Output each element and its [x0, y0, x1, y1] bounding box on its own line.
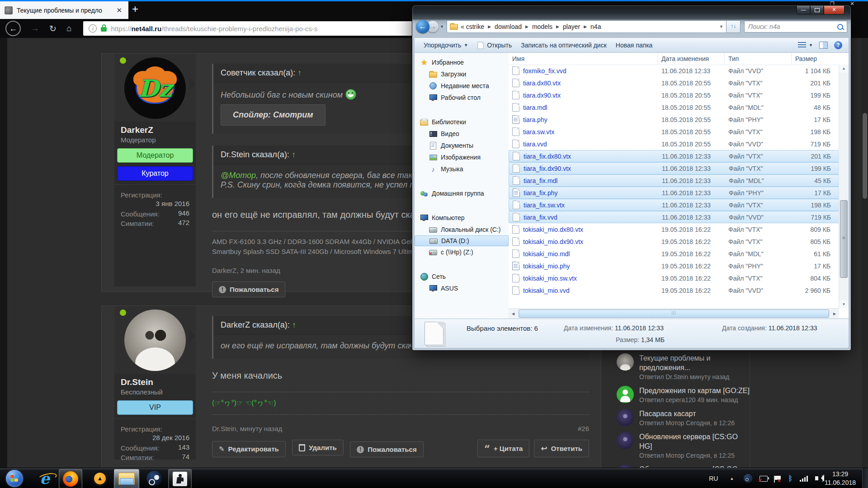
post-number-link[interactable]: #26: [578, 425, 589, 432]
breadcrumb-segment-n4a[interactable]: n4a: [590, 23, 601, 30]
new-folder-button[interactable]: Новая папка: [616, 42, 653, 49]
forward-button[interactable]: →: [31, 23, 39, 33]
refresh-button[interactable]: ↑↓: [726, 20, 741, 33]
thread-item[interactable]: Текущие проблемы и предложения...Ответил…: [617, 353, 750, 380]
tree-item-рабочий-стол[interactable]: Рабочий стол: [415, 92, 509, 103]
show-desktop-button[interactable]: [862, 468, 868, 488]
taskbar-internet-explorer[interactable]: e: [33, 469, 56, 488]
file-row-tokisaki_mio.phy[interactable]: tokisaki_mio.phy19.05.2018 16:22Файл "PH…: [509, 260, 839, 272]
thread-title[interactable]: Текущие проблемы и предложения...: [639, 353, 750, 372]
taskbar-steam[interactable]: [143, 469, 165, 488]
thread-title[interactable]: Предложения по картам [GO:ZE]: [639, 386, 750, 395]
spoiler-button[interactable]: Спойлер: Смотрим: [221, 104, 326, 126]
report-button[interactable]: !Пожаловаться: [350, 441, 423, 457]
file-row-tokisaki_mio.vvd[interactable]: tokisaki_mio.vvd19.05.2018 16:22Файл "VV…: [509, 284, 839, 296]
page-info-icon[interactable]: i: [89, 24, 97, 33]
scroll-left-arrow[interactable]: ◀: [509, 312, 518, 316]
column-type[interactable]: Тип: [725, 53, 792, 65]
file-row-tiara_fix.dx90.vtx[interactable]: tiara_fix.dx90.vtx11.06.2018 12:33Файл "…: [509, 162, 839, 174]
file-row-tiara.dx80.vtx[interactable]: tiara.dx80.vtx18.05.2018 20:55Файл "VTX"…: [509, 77, 839, 89]
tray-clock[interactable]: 13:29 11.06.2018: [825, 470, 856, 487]
vertical-scrollbar[interactable]: ▲ ▼: [839, 65, 849, 309]
breadcrumb-separator-icon[interactable]: ▶: [524, 24, 530, 29]
tab-close-button[interactable]: ✕: [114, 5, 124, 15]
thread-item[interactable]: Пасараса касартОтветил Мотор Сегодня, в …: [617, 409, 750, 427]
file-row-tiara.vvd[interactable]: tiara.vvd18.05.2018 20:55Файл "VVD"719 К…: [509, 138, 839, 150]
drstein-avatar[interactable]: [124, 310, 186, 371]
home-button[interactable]: ⌂: [66, 23, 71, 33]
change-view-button[interactable]: ▼: [798, 42, 813, 48]
organize-button[interactable]: Упорядочить▼: [424, 42, 468, 49]
minimize-button[interactable]: —: [797, 6, 810, 14]
tree-item-недавние-места[interactable]: Недавние места: [415, 80, 509, 92]
file-row-tokisaki_mio.mdl[interactable]: tokisaki_mio.mdl19.05.2018 16:22Файл "MD…: [509, 248, 839, 260]
edit-button[interactable]: ✎Редактировать: [212, 441, 286, 457]
breadcrumb-segment-cstrike[interactable]: cstrike: [466, 23, 484, 30]
file-row-tiara.phy[interactable]: tiara.phy18.05.2018 20:55Файл "PHY"17 КБ: [509, 113, 839, 126]
address-dropdown-icon[interactable]: ▼: [719, 24, 723, 29]
file-row-tokisaki_mio.sw.vtx[interactable]: tokisaki_mio.sw.vtx19.05.2018 16:22Файл …: [509, 272, 839, 284]
reply-button[interactable]: ↩Ответить: [534, 440, 589, 457]
search-icon[interactable]: [837, 24, 843, 30]
report-button[interactable]: !Пожаловаться: [212, 282, 285, 297]
column-size[interactable]: Размер: [792, 53, 841, 65]
bluetooth-icon[interactable]: ᛒ: [788, 474, 793, 483]
breadcrumb-segment-download[interactable]: download: [495, 23, 522, 30]
file-row-tiara.dx90.vtx[interactable]: tiara.dx90.vtx18.05.2018 20:55Файл "VTX"…: [509, 89, 839, 101]
breadcrumb-segment-models[interactable]: models: [532, 23, 552, 30]
start-button[interactable]: [4, 469, 25, 488]
language-indicator[interactable]: RU: [709, 475, 718, 482]
breadcrumb-collapse-chevron[interactable]: «: [461, 23, 464, 30]
thread-title[interactable]: Пасараса касарт: [639, 409, 750, 418]
scroll-up-arrow[interactable]: ▲: [839, 65, 849, 73]
browser-scrollbar-track[interactable]: [862, 38, 868, 468]
browser-scrollbar-thumb[interactable]: [863, 113, 867, 199]
file-row-tokisaki_mio.dx80.vtx[interactable]: tokisaki_mio.dx80.vtx19.05.2018 16:22Фай…: [509, 223, 839, 235]
tree-item-изображения[interactable]: Изображения: [415, 151, 509, 163]
power-tray-icon[interactable]: ✕: [760, 476, 768, 482]
taskbar-explorer[interactable]: [114, 469, 139, 488]
browser-tab-active[interactable]: Текущие проблемы и предло ✕: [0, 1, 128, 19]
search-box[interactable]: Поиск: n4a: [744, 21, 847, 33]
tree-item-видео[interactable]: Видео: [415, 128, 509, 140]
file-row-foxmiko_fix.vvd[interactable]: foxmiko_fix.vvd11.06.2018 12:33Файл "VVD…: [509, 65, 839, 77]
file-row-tiara.sw.vtx[interactable]: tiara.sw.vtx18.05.2018 20:55Файл "VTX"19…: [509, 126, 839, 138]
thread-item[interactable]: Предложения по картам [GO:ZE]Ответил сер…: [617, 386, 750, 404]
back-button[interactable]: ←: [5, 21, 21, 36]
breadcrumb-separator-icon[interactable]: ▶: [554, 24, 561, 29]
tree-item-избранное[interactable]: ★Избранное: [415, 56, 509, 68]
file-row-tiara_fix.sw.vtx[interactable]: tiara_fix.sw.vtx11.06.2018 12:33Файл "VT…: [509, 199, 839, 211]
quote-button[interactable]: “+ Цитата: [477, 440, 529, 457]
close-button[interactable]: ✕: [824, 6, 844, 14]
open-button[interactable]: Открыть: [477, 41, 512, 50]
thread-item[interactable]: Обновления сервера [CS:GO HG]Ответил Мот…: [617, 432, 750, 459]
scroll-down-arrow[interactable]: ▼: [839, 300, 849, 309]
horizontal-scroll-thumb[interactable]: [519, 310, 829, 318]
tree-item-документы[interactable]: Документы: [415, 140, 509, 151]
tree-item-библиотеки[interactable]: Библиотеки: [415, 116, 509, 128]
tree-item-data-d-[interactable]: DATA (D:): [415, 235, 509, 246]
address-breadcrumb-field[interactable]: «cstrike▶download▶models▶player▶n4a ▼: [447, 20, 726, 33]
column-name[interactable]: Имя: [509, 53, 658, 65]
quote-jump-arrow[interactable]: ↑: [297, 68, 302, 77]
history-dropdown-icon[interactable]: ▼: [440, 24, 444, 29]
file-row-tiara_fix.phy[interactable]: tiara_fix.phy11.06.2018 12:33Файл "PHY"1…: [509, 187, 839, 199]
maximize-button[interactable]: [810, 6, 824, 14]
tree-item-локальный-диск-c-[interactable]: Локальный диск (C:): [415, 224, 509, 235]
post2-username[interactable]: Dr.Stein: [114, 374, 196, 387]
taskbar-aimp[interactable]: ▲: [89, 469, 111, 488]
file-row-tiara_fix.dx80.vtx[interactable]: tiara_fix.dx80.vtx11.06.2018 12:33Файл "…: [509, 150, 839, 162]
tree-item-c-hp-z-[interactable]: ✕c (\\Hp) (Z:): [415, 246, 509, 258]
tree-item-музыка[interactable]: ♪Музыка: [415, 163, 509, 175]
tree-item-компьютер[interactable]: Компьютер: [415, 212, 509, 224]
help-button[interactable]: ?: [834, 41, 842, 49]
breadcrumb-segment-player[interactable]: player: [563, 23, 580, 30]
show-hidden-icons-button[interactable]: ▲: [730, 476, 734, 481]
user-mention[interactable]: @Мотор: [221, 171, 256, 180]
burn-button[interactable]: Записать на оптический диск: [521, 42, 607, 49]
file-row-tokisaki_mio.dx90.vtx[interactable]: tokisaki_mio.dx90.vtx19.05.2018 16:22Фай…: [509, 235, 839, 248]
tree-item-asus[interactable]: ASUS: [415, 282, 509, 294]
new-tab-button[interactable]: +: [132, 4, 138, 14]
explorer-back-button[interactable]: ←: [416, 20, 429, 33]
breadcrumb-separator-icon[interactable]: ▶: [486, 24, 493, 29]
